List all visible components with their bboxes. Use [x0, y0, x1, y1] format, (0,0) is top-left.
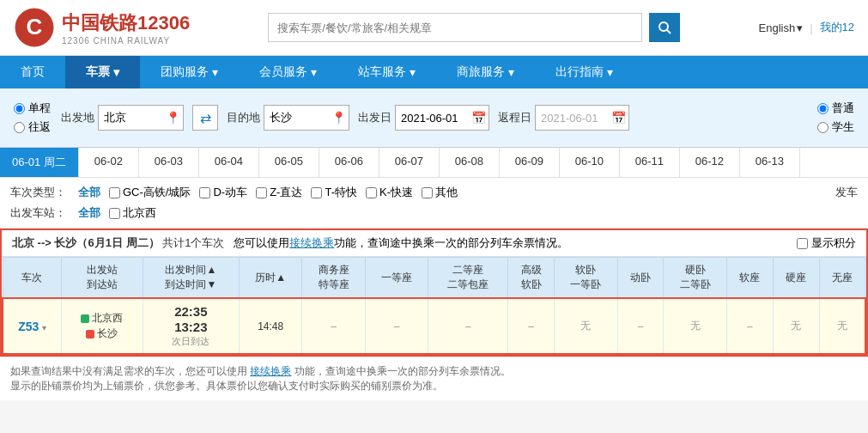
nav-station-service[interactable]: 站车服务 ▾	[337, 56, 436, 88]
search-input[interactable]	[268, 13, 642, 42]
route-text: 北京 --> 长沙（6月1日 周二）	[12, 235, 160, 251]
transfer-link[interactable]: 接续换乘	[289, 235, 334, 251]
filter-t[interactable]: T-特快	[311, 185, 357, 200]
depart-label: 出发日	[358, 110, 392, 125]
filter-gc[interactable]: GC-高铁/城际	[109, 185, 191, 200]
date-tab-1[interactable]: 06-02	[79, 148, 139, 177]
calendar-icon-2: 📅	[611, 111, 626, 125]
normal-ticket-option[interactable]: 普通	[817, 101, 854, 116]
depart-date-wrapper: 📅	[395, 105, 489, 131]
dynamic-sleeper-cell: –	[617, 298, 664, 354]
date-tabs: 06-01 周二 06-02 06-03 06-04 06-05 06-06 0…	[0, 148, 868, 178]
nav-tickets[interactable]: 车票 ▾	[65, 56, 140, 88]
calendar-icon: 📅	[471, 111, 486, 125]
transfer-suffix: 功能，查询途中换乘一次的部分列车余票情况。	[334, 235, 568, 251]
nav-home[interactable]: 首页	[0, 56, 65, 88]
student-ticket-radio[interactable]	[817, 122, 829, 133]
table-row: Z53 ▾ 北京西 长沙	[3, 298, 865, 354]
no-seat-value: 无	[837, 320, 847, 332]
train-type-all[interactable]: 全部	[78, 185, 100, 200]
train-number-cell: Z53 ▾	[3, 298, 61, 354]
date-tab-4[interactable]: 06-05	[259, 148, 319, 177]
soft-seat-value: –	[747, 320, 753, 332]
footer-note: 如果查询结果中没有满足需求的车次，您还可以使用 接续换乘 功能，查询途中换乘一次…	[0, 357, 868, 400]
footer-transfer-link[interactable]: 接续换乘	[250, 365, 291, 377]
station-column: 北京西 长沙	[65, 311, 139, 341]
date-tab-0[interactable]: 06-01 周二	[0, 148, 79, 177]
date-tab-3[interactable]: 06-04	[199, 148, 259, 177]
show-points-checkbox[interactable]	[797, 238, 808, 249]
results-header: 北京 --> 长沙（6月1日 周二） 共计1个车次 您可以使用 接续换乘 功能，…	[2, 230, 866, 257]
first-class-cell: –	[365, 298, 428, 354]
train-type-filter-row: 车次类型： 全部 GC-高铁/城际 D-动车 Z-直达 T-特快 K-快速 其他…	[10, 185, 858, 200]
date-tab-9[interactable]: 06-10	[560, 148, 620, 177]
search-button[interactable]	[649, 13, 680, 42]
duration-cell: 14:48	[240, 298, 302, 354]
depart-time: 22:35	[174, 304, 207, 319]
business-value: –	[331, 320, 337, 332]
station-all[interactable]: 全部	[78, 205, 100, 221]
col-no-seat: 无座	[819, 258, 865, 299]
date-tab-5[interactable]: 06-06	[319, 148, 379, 177]
table-header: 车次 出发站到达站 出发时间▲到达时间▼ 历时▲ 商务座特等座 一等座 二等座二…	[3, 258, 865, 299]
date-tab-6[interactable]: 06-07	[379, 148, 440, 177]
filter-d[interactable]: D-动车	[199, 185, 247, 200]
depart-time-label: 发车	[835, 185, 858, 200]
logo-title: 中国铁路12306	[62, 10, 190, 36]
expand-arrow[interactable]: ▾	[42, 323, 46, 332]
main-nav: 首页 车票 ▾ 团购服务 ▾ 会员服务 ▾ 站车服务 ▾ 商旅服务 ▾ 出行指南…	[0, 56, 868, 88]
filter-z[interactable]: Z-直达	[256, 185, 302, 200]
filter-beijing-xi[interactable]: 北京西	[109, 205, 156, 221]
to-label: 目的地	[227, 110, 260, 125]
form-fields: 出发地 📍 ⇄ 目的地 📍 出发日 📅 返程日	[61, 105, 807, 131]
language-button[interactable]: English ▾	[759, 21, 804, 34]
hard-sleeper-value: 无	[690, 320, 701, 332]
date-tab-2[interactable]: 06-03	[139, 148, 199, 177]
chevron-down-icon: ▾	[797, 21, 803, 34]
from-field-group: 出发地 📍	[61, 105, 184, 131]
to-station-name: 长沙	[97, 326, 118, 341]
date-tab-8[interactable]: 06-09	[500, 148, 560, 177]
svg-line-3	[667, 30, 671, 34]
chevron-down-icon: ▾	[113, 65, 119, 79]
high-soft-value: –	[528, 320, 534, 332]
date-tab-11[interactable]: 06-12	[680, 148, 740, 177]
from-station-name: 北京西	[92, 311, 123, 326]
round-trip-option[interactable]: 往返	[14, 119, 51, 135]
from-station-row: 北京西	[81, 311, 123, 326]
chevron-down-icon: ▾	[410, 65, 416, 79]
ticket-type-selector: 普通 学生	[817, 101, 854, 135]
date-tab-10[interactable]: 06-11	[620, 148, 680, 177]
second-class-value: –	[465, 320, 471, 332]
filters: 车次类型： 全部 GC-高铁/城际 D-动车 Z-直达 T-特快 K-快速 其他…	[0, 178, 868, 229]
time-column: 22:35 13:23 次日到达	[147, 304, 235, 348]
one-way-radio[interactable]	[14, 103, 25, 114]
nav-member-service[interactable]: 会员服务 ▾	[239, 56, 337, 88]
swap-stations-button[interactable]: ⇄	[192, 105, 218, 131]
filter-other[interactable]: 其他	[422, 185, 458, 200]
soft-seat-cell: –	[726, 298, 773, 354]
date-tab-7[interactable]: 06-08	[440, 148, 500, 177]
round-trip-radio[interactable]	[14, 122, 25, 133]
footer-line-1: 如果查询结果中没有满足需求的车次，您还可以使用 接续换乘 功能，查询途中换乘一次…	[10, 364, 858, 379]
train-number-link[interactable]: Z53	[18, 320, 39, 333]
logo-area: C 中国铁路12306 12306 CHINA RAILWAY	[14, 7, 190, 48]
nav-business-travel[interactable]: 商旅服务 ▾	[436, 56, 535, 88]
normal-ticket-radio[interactable]	[817, 103, 829, 114]
divider: |	[810, 21, 812, 34]
nav-group-purchase[interactable]: 团购服务 ▾	[140, 56, 239, 88]
filter-k[interactable]: K-快速	[366, 185, 413, 200]
student-ticket-option[interactable]: 学生	[817, 119, 854, 135]
col-business: 商务座特等座	[302, 258, 365, 299]
table-body: Z53 ▾ 北京西 长沙	[3, 298, 865, 354]
col-hard-sleeper: 硬卧二等卧	[664, 258, 726, 299]
my-account-link[interactable]: 我的12	[820, 20, 854, 35]
trip-type-selector: 单程 往返	[14, 101, 51, 135]
date-tab-12[interactable]: 06-13	[740, 148, 800, 177]
col-high-soft: 高级软卧	[508, 258, 555, 299]
return-label: 返程日	[498, 110, 531, 125]
train-type-label: 车次类型：	[10, 185, 66, 200]
one-way-option[interactable]: 单程	[14, 101, 51, 116]
nav-travel-guide[interactable]: 出行指南 ▾	[535, 56, 634, 88]
col-stations: 出发站到达站	[61, 258, 143, 299]
